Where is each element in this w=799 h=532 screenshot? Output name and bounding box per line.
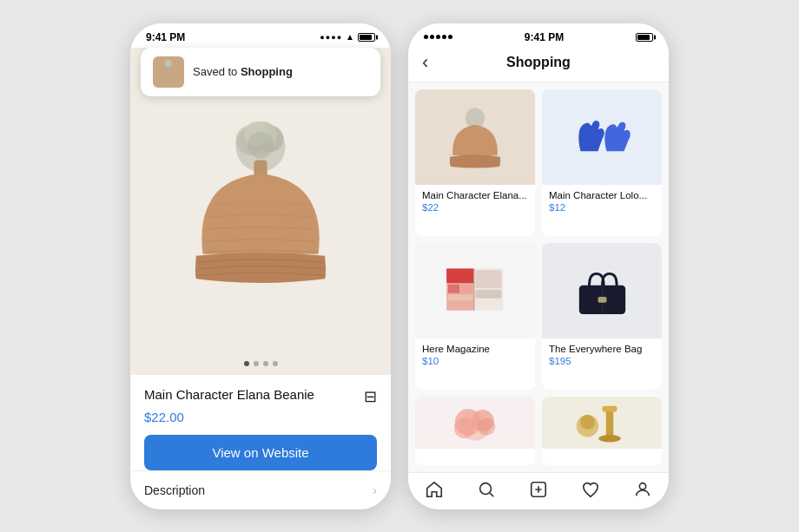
right-status-icons — [636, 33, 653, 42]
svg-point-36 — [480, 483, 492, 494]
description-label: Description — [144, 483, 205, 497]
svg-rect-25 — [598, 297, 606, 303]
toast-thumbnail — [153, 56, 184, 88]
svg-rect-32 — [602, 406, 617, 412]
product-name: Main Character Elana Beanie — [144, 387, 314, 402]
heart-icon — [581, 480, 600, 499]
card-price-3: $10 — [422, 356, 528, 366]
product-title-row: Main Character Elana Beanie ⊟ — [144, 387, 377, 406]
left-phone: 9:41 PM ●●●● ▲ — [130, 23, 391, 509]
card-image-1 — [415, 89, 535, 185]
svg-rect-16 — [447, 285, 459, 293]
card-body-2: Main Character Lolo... $12 — [542, 185, 662, 220]
card-mittens-svg — [565, 104, 639, 169]
card-body-3: Here Magazine $10 — [415, 338, 535, 373]
left-content-area: Saved to Shopping — [130, 48, 391, 375]
battery-icon — [358, 33, 375, 42]
card-title-3: Here Magazine — [422, 344, 528, 354]
svg-rect-15 — [446, 269, 474, 284]
card-gold-svg — [565, 398, 639, 446]
wifi-icon: ▲ — [346, 32, 354, 42]
card-title-2: Main Character Lolo... — [549, 190, 655, 200]
product-card-1[interactable]: Main Character Elana... $22 — [415, 89, 535, 236]
card-price-2: $12 — [549, 202, 655, 213]
card-magazine-svg — [439, 258, 512, 323]
left-time: 9:41 PM — [146, 31, 185, 43]
svg-point-33 — [598, 435, 621, 443]
bookmark-icon[interactable]: ⊟ — [364, 387, 377, 406]
svg-line-37 — [490, 493, 493, 496]
toast-text: Saved to Shopping — [193, 65, 293, 78]
hat-image — [174, 122, 347, 312]
chevron-right-icon: › — [373, 483, 377, 497]
product-card-6[interactable] — [542, 397, 662, 465]
svg-rect-21 — [475, 290, 501, 299]
svg-rect-18 — [447, 295, 472, 301]
toast-hat-icon — [155, 59, 182, 85]
shopping-grid: Main Character Elana... $22 Main Charact… — [408, 82, 669, 472]
svg-point-30 — [478, 417, 495, 435]
card-image-5 — [415, 397, 535, 449]
card-title-1: Main Character Elana... — [422, 190, 528, 200]
right-phone: 9:41 PM ‹ Shopping — [408, 23, 669, 509]
card-price-4: $195 — [549, 356, 655, 366]
svg-point-9 — [248, 132, 274, 158]
signal-icon: ●●●● — [320, 33, 342, 42]
right-time: 9:41 PM — [525, 31, 564, 43]
description-row[interactable]: Description › — [130, 470, 391, 509]
svg-point-2 — [165, 60, 172, 67]
back-button[interactable]: ‹ — [422, 53, 428, 72]
product-info: Main Character Elana Beanie ⊟ $22.00 Vie… — [130, 375, 391, 470]
saved-toast: Saved to Shopping — [141, 48, 380, 96]
right-battery-icon — [636, 33, 653, 42]
card-image-6 — [542, 397, 662, 449]
dot-3 — [263, 361, 268, 366]
svg-point-35 — [580, 415, 595, 430]
card-title-4: The Everywhere Bag — [549, 344, 655, 354]
product-card-4[interactable]: The Everywhere Bag $195 — [542, 243, 662, 390]
card-body-4: The Everywhere Bag $195 — [542, 338, 662, 373]
card-body-1: Main Character Elana... $22 — [415, 185, 535, 220]
card-price-1: $22 — [422, 202, 528, 213]
svg-point-41 — [639, 483, 645, 489]
dot-4 — [273, 361, 278, 366]
svg-rect-17 — [460, 285, 472, 293]
search-icon — [477, 480, 496, 499]
beanie-svg — [178, 122, 343, 312]
card-image-4 — [542, 243, 662, 338]
product-card-3[interactable]: Here Magazine $10 — [415, 243, 535, 390]
nav-likes[interactable] — [581, 480, 600, 499]
product-price: $22.00 — [144, 410, 377, 424]
svg-point-12 — [466, 108, 483, 124]
shopping-nav-bar: ‹ Shopping — [408, 48, 669, 82]
left-status-bar: 9:41 PM ●●●● ▲ — [130, 23, 391, 48]
card-pink-svg — [439, 398, 512, 446]
card-image-2 — [542, 89, 662, 185]
view-on-website-button[interactable]: View on Website — [144, 435, 377, 470]
home-icon — [425, 480, 444, 499]
nav-home[interactable] — [425, 480, 444, 499]
card-image-3 — [415, 243, 535, 338]
nav-search[interactable] — [477, 480, 496, 499]
right-status-bar: 9:41 PM — [408, 23, 669, 48]
profile-icon — [633, 480, 652, 499]
nav-add[interactable] — [529, 480, 548, 499]
svg-rect-20 — [475, 270, 501, 288]
svg-point-29 — [453, 417, 474, 438]
nav-title: Shopping — [506, 55, 571, 70]
left-status-icons: ●●●● ▲ — [320, 32, 375, 42]
dot-2 — [254, 361, 259, 366]
card-hat-svg-1 — [440, 104, 510, 169]
signal-dots — [424, 35, 452, 39]
card-bag-svg — [565, 258, 639, 323]
dot-1 — [244, 361, 249, 366]
product-card-2[interactable]: Main Character Lolo... $12 — [542, 89, 662, 236]
product-info-section: Main Character Elana Beanie ⊟ $22.00 Vie… — [130, 375, 391, 509]
pagination-dots — [130, 361, 391, 375]
add-icon — [529, 480, 548, 499]
nav-profile[interactable] — [633, 480, 652, 499]
product-card-5[interactable] — [415, 397, 535, 465]
bottom-nav — [408, 472, 669, 509]
